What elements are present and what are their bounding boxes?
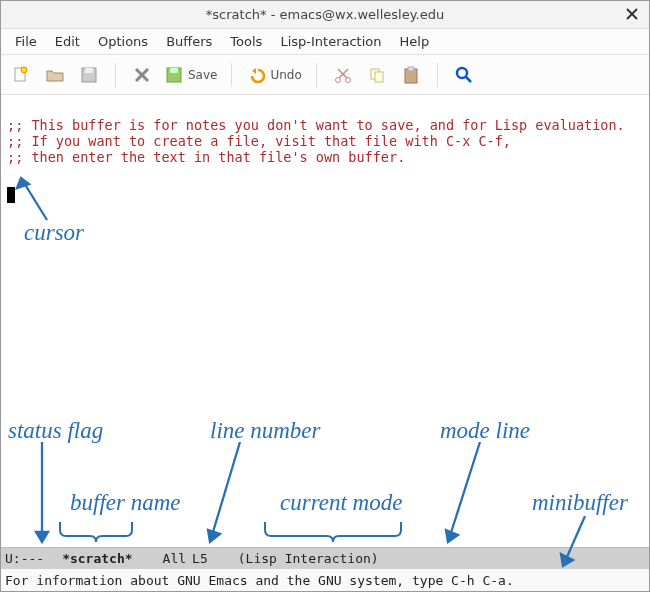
buffer-line-3: ;; then enter the text in that file's ow… <box>7 149 405 165</box>
mode-line[interactable]: U:--- *scratch* All L5 (Lisp Interaction… <box>1 547 649 569</box>
paste-icon <box>401 65 421 85</box>
svg-rect-15 <box>375 72 383 82</box>
svg-point-3 <box>21 67 27 73</box>
cut-button[interactable] <box>331 63 355 87</box>
toolbar-separator <box>316 63 317 87</box>
floppy-disk-icon <box>79 65 99 85</box>
minibuffer[interactable]: For information about GNU Emacs and the … <box>1 569 649 591</box>
window-title: *scratch* - emacs@wx.wellesley.edu <box>206 7 444 22</box>
modeline-mode: (Lisp Interaction) <box>238 551 379 566</box>
undo-button[interactable]: Undo <box>246 63 301 87</box>
close-icon <box>626 8 638 20</box>
menu-buffers[interactable]: Buffers <box>158 31 220 52</box>
modeline-position: All <box>163 551 186 566</box>
save-label: Save <box>188 68 217 82</box>
save-icon <box>164 65 184 85</box>
undo-icon <box>246 65 266 85</box>
buffer-line-1: ;; This buffer is for notes you don't wa… <box>7 117 625 133</box>
search-icon <box>454 65 474 85</box>
svg-rect-17 <box>408 67 414 71</box>
toolbar: Save Undo <box>1 55 649 95</box>
copy-icon <box>367 65 387 85</box>
modeline-buffer-name: *scratch* <box>62 551 132 566</box>
buffer-line-2: ;; If you want to create a file, visit t… <box>7 133 511 149</box>
new-file-icon <box>11 65 31 85</box>
menu-edit[interactable]: Edit <box>47 31 88 52</box>
new-file-button[interactable] <box>9 63 33 87</box>
paste-button[interactable] <box>399 63 423 87</box>
text-cursor <box>7 187 15 203</box>
svg-rect-9 <box>170 68 178 73</box>
open-file-button[interactable] <box>43 63 67 87</box>
modeline-status-flag: U:--- <box>5 551 44 566</box>
toolbar-separator <box>231 63 232 87</box>
x-icon <box>132 65 152 85</box>
search-button[interactable] <box>452 63 476 87</box>
titlebar: *scratch* - emacs@wx.wellesley.edu <box>1 1 649 29</box>
save-disk-button[interactable] <box>77 63 101 87</box>
menubar: File Edit Options Buffers Tools Lisp-Int… <box>1 29 649 55</box>
menu-help[interactable]: Help <box>392 31 438 52</box>
minibuffer-text: For information about GNU Emacs and the … <box>5 573 514 588</box>
scissors-icon <box>333 65 353 85</box>
close-file-button[interactable] <box>130 63 154 87</box>
close-button[interactable] <box>623 5 641 23</box>
toolbar-separator <box>115 63 116 87</box>
svg-point-18 <box>457 68 467 78</box>
undo-label: Undo <box>270 68 301 82</box>
copy-button[interactable] <box>365 63 389 87</box>
editor-area[interactable]: ;; This buffer is for notes you don't wa… <box>1 95 649 547</box>
menu-options[interactable]: Options <box>90 31 156 52</box>
modeline-line-number: L5 <box>192 551 208 566</box>
svg-line-19 <box>466 77 471 82</box>
menu-file[interactable]: File <box>7 31 45 52</box>
save-button[interactable]: Save <box>164 63 217 87</box>
menu-lisp-interaction[interactable]: Lisp-Interaction <box>272 31 389 52</box>
emacs-window: *scratch* - emacs@wx.wellesley.edu File … <box>0 0 650 592</box>
toolbar-separator <box>437 63 438 87</box>
svg-rect-5 <box>85 68 93 73</box>
menu-tools[interactable]: Tools <box>222 31 270 52</box>
open-folder-icon <box>45 65 65 85</box>
